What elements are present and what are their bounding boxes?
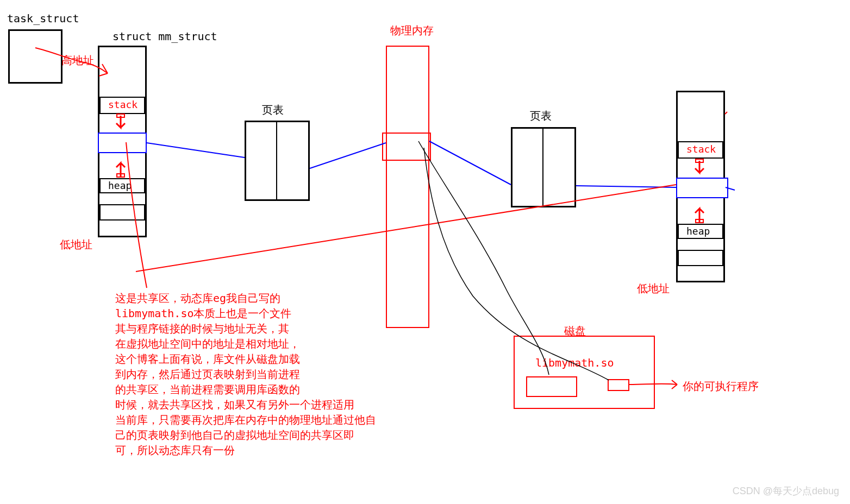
heap-label-right: heap bbox=[686, 225, 710, 237]
phys-mem-lib-region bbox=[382, 133, 431, 161]
watermark: CSDN @每天少点debug bbox=[733, 484, 839, 497]
exe-note-label: 你的可执行程序 bbox=[683, 379, 759, 394]
mm-cell-heap: heap bbox=[99, 178, 145, 193]
phys-mem-label: 物理内存 bbox=[390, 23, 434, 38]
low-addr-label-right: 低地址 bbox=[637, 281, 670, 296]
page-table-divider-left bbox=[276, 122, 277, 200]
shared-region-right bbox=[676, 178, 728, 198]
page-table-label-left: 页表 bbox=[262, 103, 284, 117]
disk-lib-name: libmymath.so bbox=[535, 356, 614, 369]
high-addr-label: 高地址 bbox=[61, 53, 94, 68]
page-table-label-right: 页表 bbox=[530, 109, 552, 123]
disk-lib-file bbox=[526, 376, 577, 397]
mm-struct-label: struct mm_struct bbox=[112, 30, 217, 43]
task-struct-box bbox=[8, 29, 62, 84]
page-table-box-left bbox=[245, 121, 310, 201]
mm-cell-bottom bbox=[99, 204, 145, 220]
explanation-paragraph: 这是共享区，动态库eg我自己写的 libmymath.so本质上也是一个文件 其… bbox=[115, 291, 376, 458]
phys-mem-box bbox=[386, 46, 429, 328]
mm-cell-bottom-right bbox=[678, 250, 723, 266]
page-table-divider-right bbox=[542, 128, 543, 206]
stack-label-right: stack bbox=[686, 143, 716, 155]
mm-cell-top: stack bbox=[99, 97, 145, 114]
low-addr-label-left: 低地址 bbox=[60, 237, 92, 252]
svg-line-4 bbox=[147, 143, 245, 158]
stack-label-left: stack bbox=[108, 99, 138, 110]
disk-exe-file bbox=[608, 379, 629, 391]
shared-region-left bbox=[98, 133, 147, 153]
mm-cell-heap-right: heap bbox=[678, 224, 723, 239]
heap-label-left: heap bbox=[108, 180, 132, 191]
svg-line-7 bbox=[576, 186, 676, 187]
svg-line-6 bbox=[429, 141, 511, 185]
svg-line-5 bbox=[310, 143, 386, 168]
page-table-box-right bbox=[511, 127, 576, 207]
mm-cell-top-right: stack bbox=[678, 141, 723, 159]
task-struct-label: task_struct bbox=[7, 12, 79, 25]
disk-box bbox=[514, 336, 655, 409]
